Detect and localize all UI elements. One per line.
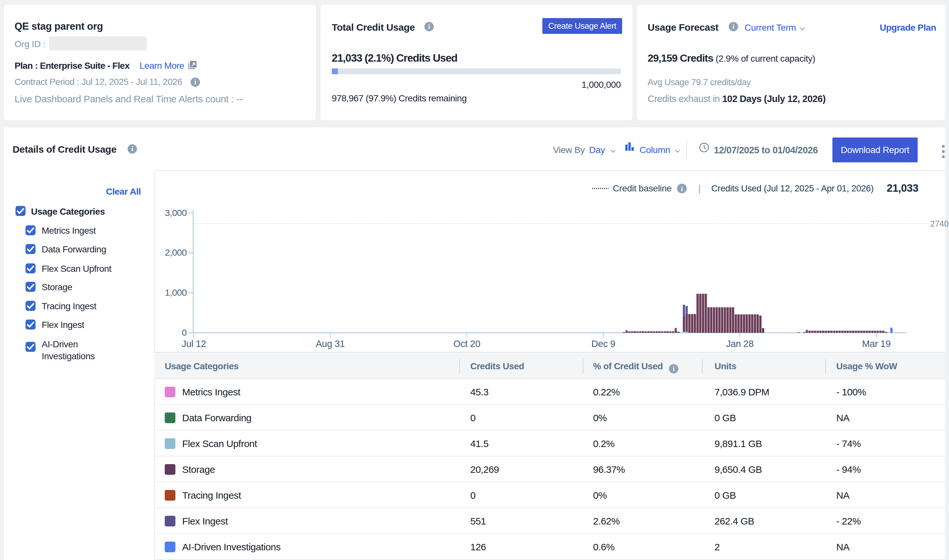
svg-text:Jan 28: Jan 28 bbox=[726, 338, 754, 349]
svg-text:3,000: 3,000 bbox=[165, 208, 187, 218]
svg-text:2740: 2740 bbox=[930, 219, 949, 229]
svg-text:Aug 31: Aug 31 bbox=[316, 338, 345, 349]
svg-text:Credit baseline: Credit baseline bbox=[613, 183, 671, 193]
svg-text:0: 0 bbox=[182, 328, 187, 338]
svg-text:Mar 19: Mar 19 bbox=[862, 338, 890, 349]
svg-text:21,033: 21,033 bbox=[887, 182, 918, 194]
svg-text:Oct 20: Oct 20 bbox=[453, 338, 480, 349]
svg-text:Credits Used (Jul 12, 2025 - A: Credits Used (Jul 12, 2025 - Apr 01, 202… bbox=[711, 183, 874, 193]
svg-text:2,000: 2,000 bbox=[165, 248, 187, 258]
svg-text:i: i bbox=[681, 185, 683, 193]
svg-text:Dec 9: Dec 9 bbox=[591, 338, 615, 349]
svg-text:|: | bbox=[698, 183, 701, 193]
svg-text:1,000: 1,000 bbox=[165, 288, 187, 298]
svg-text:Jul 12: Jul 12 bbox=[182, 338, 206, 349]
